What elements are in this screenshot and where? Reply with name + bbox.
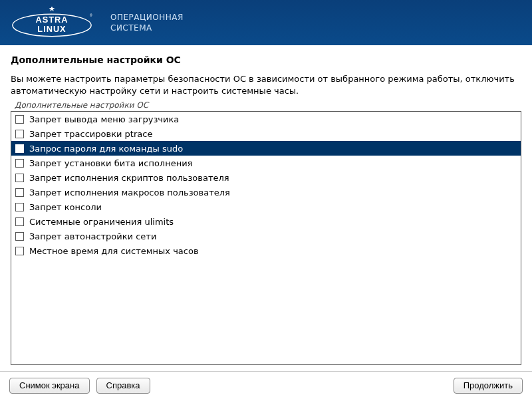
option-label: Запрос пароля для команды sudo <box>29 144 183 154</box>
installer-header: ASTRA LINUX ® ОПЕРАЦИОННАЯ СИСТЕМА <box>0 0 532 45</box>
option-checkbox[interactable] <box>15 174 24 182</box>
continue-button[interactable]: Продолжить <box>454 378 523 394</box>
header-subtitle: ОПЕРАЦИОННАЯ СИСТЕМА <box>110 12 184 33</box>
footer-bar: Снимок экрана Справка Продолжить <box>0 371 532 399</box>
svg-text:®: ® <box>90 13 92 17</box>
option-checkbox[interactable] <box>15 144 24 153</box>
option-label: Запрет консоли <box>29 202 102 212</box>
page-description: Вы можете настроить параметры безопаснос… <box>11 73 521 96</box>
option-row[interactable]: Системные ограничения ulimits <box>11 214 521 229</box>
astra-linux-logo-icon: ASTRA LINUX ® <box>9 7 94 39</box>
svg-marker-1 <box>49 7 55 11</box>
option-row[interactable]: Местное время для системных часов <box>11 243 521 258</box>
option-checkbox[interactable] <box>15 203 24 211</box>
logo-astra-text: ASTRA <box>36 15 68 25</box>
option-label: Запрет исполнения макросов пользователя <box>29 188 230 198</box>
option-row[interactable]: Запрет автонастройки сети <box>11 229 521 243</box>
option-label: Запрет автонастройки сети <box>29 231 156 241</box>
options-listbox[interactable]: Запрет вывода меню загрузчикаЗапрет трас… <box>11 111 521 365</box>
content-area: Дополнительные настройки ОС Вы можете на… <box>0 45 532 372</box>
option-row[interactable]: Запрет исполнения скриптов пользователя <box>11 170 521 185</box>
option-row[interactable]: Запрет установки бита исполнения <box>11 156 521 170</box>
option-checkbox[interactable] <box>15 232 24 241</box>
option-label: Запрет исполнения скриптов пользователя <box>29 173 229 183</box>
option-checkbox[interactable] <box>15 130 24 138</box>
option-row[interactable]: Запрет консоли <box>11 200 521 214</box>
option-row[interactable]: Запрет вывода меню загрузчика <box>11 112 521 126</box>
page-title: Дополнительные настройки ОС <box>11 55 521 65</box>
option-row[interactable]: Запрет трассировки ptrace <box>11 126 521 141</box>
screenshot-button[interactable]: Снимок экрана <box>9 378 90 394</box>
option-checkbox[interactable] <box>15 217 24 226</box>
header-subtitle-line1: ОПЕРАЦИОННАЯ <box>110 12 184 23</box>
astra-linux-logo: ASTRA LINUX ® <box>9 7 94 39</box>
option-row[interactable]: Запрос пароля для команды sudo <box>11 141 521 156</box>
option-label: Запрет установки бита исполнения <box>29 158 192 168</box>
option-checkbox[interactable] <box>15 115 24 124</box>
logo-linux-text: LINUX <box>37 24 66 34</box>
help-button[interactable]: Справка <box>96 378 150 394</box>
star-icon <box>49 7 55 11</box>
logo-block: ASTRA LINUX ® ОПЕРАЦИОННАЯ СИСТЕМА <box>9 7 184 39</box>
option-checkbox[interactable] <box>15 188 24 197</box>
option-label: Системные ограничения ulimits <box>29 217 174 227</box>
option-row[interactable]: Запрет исполнения макросов пользователя <box>11 185 521 200</box>
option-checkbox[interactable] <box>15 247 24 255</box>
option-label: Местное время для системных часов <box>29 246 199 256</box>
options-group-label: Дополнительные настройки ОС <box>15 100 521 110</box>
option-label: Запрет трассировки ptrace <box>29 129 152 139</box>
option-label: Запрет вывода меню загрузчика <box>29 114 179 124</box>
option-checkbox[interactable] <box>15 159 24 168</box>
header-subtitle-line2: СИСТЕМА <box>110 23 184 33</box>
